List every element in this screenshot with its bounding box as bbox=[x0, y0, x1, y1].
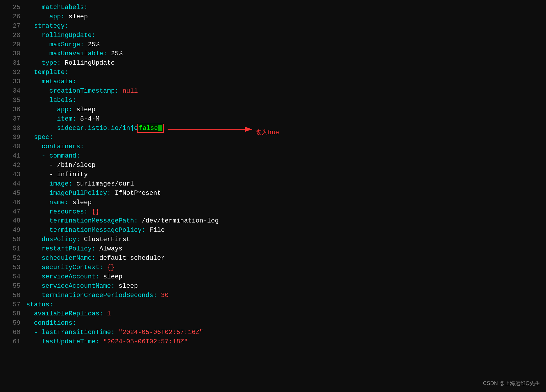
code-token: terminationMessagePath: bbox=[26, 217, 142, 225]
code-line: 54 serviceAccount: sleep bbox=[6, 272, 540, 282]
line-number: 25 bbox=[6, 3, 20, 12]
line-content: securityContext: {} bbox=[26, 263, 540, 272]
code-line: 55 serviceAccountName: sleep bbox=[6, 282, 540, 291]
line-number: 49 bbox=[6, 226, 20, 235]
line-content: - /bin/sleep bbox=[26, 161, 540, 170]
code-line: 35 labels: bbox=[6, 96, 540, 105]
code-token: conditions: bbox=[26, 319, 76, 327]
code-line: 46 name: sleep bbox=[6, 198, 540, 207]
code-token: imagePullPolicy: bbox=[26, 190, 115, 197]
line-number: 38 bbox=[6, 124, 20, 133]
code-token: /dev/termination-log bbox=[142, 217, 219, 225]
line-number: 60 bbox=[6, 328, 20, 337]
code-line: 27 strategy: bbox=[6, 22, 540, 31]
line-number: 52 bbox=[6, 254, 20, 263]
line-content: terminationMessagePolicy: File bbox=[26, 226, 540, 235]
line-content: image: curlimages/curl bbox=[26, 179, 540, 189]
line-number: 28 bbox=[6, 31, 20, 40]
line-content: - infinity bbox=[26, 170, 540, 179]
line-content: status: bbox=[26, 300, 540, 310]
code-token: lastUpdateTime: bbox=[26, 338, 103, 345]
code-line: 53 securityContext: {} bbox=[6, 263, 540, 272]
line-number: 39 bbox=[6, 133, 20, 142]
code-token: "2024-05-06T02:57:18Z" bbox=[103, 338, 188, 345]
line-content: - command: bbox=[26, 151, 540, 161]
code-block: 25 matchLabels:26 app: sleep27 strategy:… bbox=[0, 0, 546, 349]
code-token: sleep bbox=[69, 13, 88, 20]
code-line: 34 creationTimestamp: null bbox=[6, 86, 540, 96]
code-token: rollingUpdate: bbox=[26, 32, 96, 39]
code-token: serviceAccount: bbox=[26, 273, 103, 280]
code-token: dnsPolicy: bbox=[26, 236, 84, 243]
line-number: 27 bbox=[6, 22, 20, 31]
line-number: 50 bbox=[6, 235, 20, 244]
line-content: rollingUpdate: bbox=[26, 31, 540, 40]
code-token: sleep bbox=[72, 199, 92, 206]
code-line: 49 terminationMessagePolicy: File bbox=[6, 226, 540, 235]
code-token: app: bbox=[26, 13, 69, 20]
code-token: RollingUpdate bbox=[65, 59, 115, 67]
line-number: 48 bbox=[6, 216, 20, 226]
code-line: 33 metadata: bbox=[6, 77, 540, 86]
line-content: terminationGracePeriodSeconds: 30 bbox=[26, 291, 540, 300]
code-line: 59 conditions: bbox=[6, 319, 540, 328]
code-line: 28 rollingUpdate: bbox=[6, 31, 540, 40]
code-line: 57status: bbox=[6, 300, 540, 310]
code-token: sidecar.istio.io/inject: bbox=[26, 125, 153, 132]
code-token: default-scheduler bbox=[99, 255, 165, 262]
line-content: - lastTransitionTime: "2024-05-06T02:57:… bbox=[26, 328, 540, 337]
line-content: type: RollingUpdate bbox=[26, 59, 540, 68]
code-line: 43 - infinity bbox=[6, 170, 540, 179]
code-token: 25% bbox=[111, 50, 122, 57]
code-token: {} bbox=[107, 264, 115, 271]
line-number: 55 bbox=[6, 282, 20, 291]
line-number: 33 bbox=[6, 77, 20, 86]
code-token: serviceAccountName: bbox=[26, 282, 119, 290]
code-token: ClusterFirst bbox=[84, 236, 130, 243]
code-token: securityContext: bbox=[26, 264, 107, 271]
code-token: containers: bbox=[26, 143, 84, 150]
code-token: 25% bbox=[88, 41, 99, 48]
code-token: metadata: bbox=[26, 78, 76, 85]
line-content: lastUpdateTime: "2024-05-06T02:57:18Z" bbox=[26, 337, 540, 347]
line-number: 46 bbox=[6, 198, 20, 207]
line-number: 37 bbox=[6, 114, 20, 124]
code-line: 51 restartPolicy: Always bbox=[6, 244, 540, 254]
line-number: 29 bbox=[6, 40, 20, 50]
code-token: Always bbox=[99, 245, 122, 252]
line-number: 47 bbox=[6, 207, 20, 217]
code-line: 61 lastUpdateTime: "2024-05-06T02:57:18Z… bbox=[6, 337, 540, 347]
line-content: maxSurge: 25% bbox=[26, 40, 540, 50]
code-token: sleep bbox=[119, 282, 138, 290]
line-number: 32 bbox=[6, 68, 20, 77]
line-content: dnsPolicy: ClusterFirst bbox=[26, 235, 540, 244]
code-line: 31 type: RollingUpdate bbox=[6, 59, 540, 68]
line-content: availableReplicas: 1 bbox=[26, 309, 540, 319]
code-line: 26 app: sleep bbox=[6, 12, 540, 22]
line-number: 57 bbox=[6, 300, 20, 310]
code-line: 29 maxSurge: 25% bbox=[6, 40, 540, 50]
code-line: 32 template: bbox=[6, 68, 540, 77]
line-number: 30 bbox=[6, 49, 20, 59]
line-content: creationTimestamp: null bbox=[26, 86, 540, 96]
code-token: terminationGracePeriodSeconds: bbox=[26, 292, 161, 299]
line-number: 36 bbox=[6, 105, 20, 114]
line-content: imagePullPolicy: IfNotPresent bbox=[26, 189, 540, 198]
line-content: template: bbox=[26, 68, 540, 77]
code-token: image: bbox=[26, 180, 76, 188]
line-number: 58 bbox=[6, 309, 20, 319]
code-token: sleep bbox=[76, 106, 96, 113]
line-number: 41 bbox=[6, 151, 20, 161]
line-number: 26 bbox=[6, 12, 20, 22]
code-token: - command: bbox=[26, 152, 80, 160]
code-token: - infinity bbox=[26, 171, 88, 178]
line-content: serviceAccountName: sleep bbox=[26, 282, 540, 291]
code-token: strategy: bbox=[26, 22, 69, 30]
line-content: serviceAccount: sleep bbox=[26, 272, 540, 282]
code-token: schedulerName: bbox=[26, 255, 99, 262]
text-cursor bbox=[158, 125, 162, 131]
code-line: 52 schedulerName: default-scheduler bbox=[6, 254, 540, 263]
line-number: 31 bbox=[6, 59, 20, 68]
line-number: 45 bbox=[6, 189, 20, 198]
line-content: terminationMessagePath: /dev/termination… bbox=[26, 216, 540, 226]
